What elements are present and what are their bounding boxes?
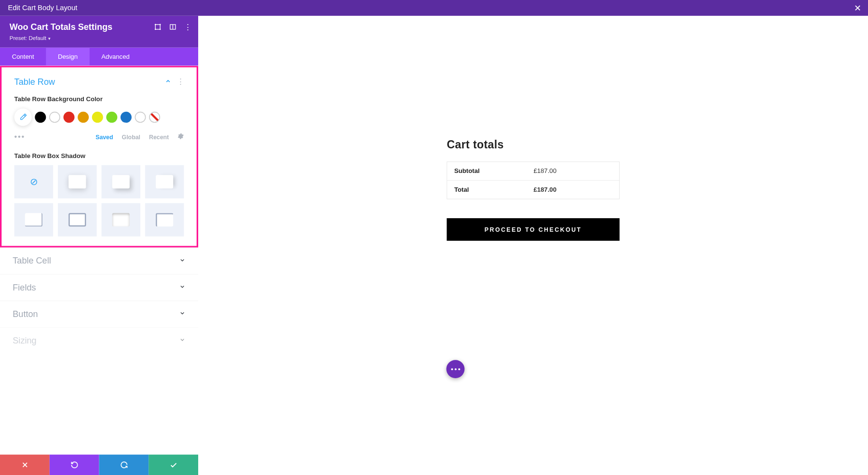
expand-icon[interactable] — [154, 23, 162, 31]
section-label: Button — [13, 309, 179, 319]
total-value: £187.00 — [533, 186, 556, 193]
save-button[interactable] — [149, 455, 198, 475]
topbar-title: Edit Cart Body Layout — [8, 4, 77, 12]
swatch-green[interactable] — [106, 112, 117, 123]
none-icon: ⊘ — [30, 176, 38, 187]
subtotal-value: £187.00 — [533, 168, 556, 175]
shadow-none[interactable]: ⊘ — [14, 165, 54, 198]
dot-icon — [454, 368, 456, 370]
svg-point-3 — [155, 29, 155, 29]
table-row-section: Table Row ⋮ Table Row Background Color — [0, 66, 198, 247]
cart-table: Subtotal £187.00 Total £187.00 — [447, 161, 619, 199]
preset-selector[interactable]: Preset: Default ▾ — [10, 35, 189, 41]
section-button[interactable]: Button — [0, 301, 198, 327]
shadow-preset-3[interactable] — [145, 165, 184, 198]
section-fields[interactable]: Fields — [0, 274, 198, 301]
redo-button[interactable] — [99, 455, 149, 475]
preset-prefix: Preset: — [10, 35, 29, 41]
tab-design[interactable]: Design — [46, 48, 89, 66]
preset-value: Default — [28, 35, 46, 41]
discard-button[interactable] — [0, 455, 50, 475]
shadow-preset-2[interactable] — [101, 165, 140, 198]
section-title[interactable]: Table Row — [14, 77, 165, 87]
svg-rect-0 — [155, 25, 160, 29]
module-header: Woo Cart Totals Settings Preset: Default… — [0, 16, 198, 48]
swatch-orange[interactable] — [78, 112, 89, 123]
palette-more-icon[interactable]: ••• — [14, 132, 25, 142]
cart-heading: Cart totals — [447, 139, 619, 151]
palette-tab-recent[interactable]: Recent — [149, 133, 169, 140]
section-label: Sizing — [13, 335, 179, 345]
section-table-cell[interactable]: Table Cell — [0, 248, 198, 274]
close-icon[interactable]: ✕ — [854, 3, 861, 13]
cart-row-total: Total £187.00 — [447, 180, 619, 199]
swatch-black[interactable] — [35, 112, 46, 123]
swatch-white[interactable] — [49, 112, 60, 123]
chevron-down-icon — [179, 310, 186, 318]
settings-tabs: Content Design Advanced — [0, 48, 198, 66]
section-label: Table Cell — [13, 256, 179, 266]
palette-tabs: ••• Saved Global Recent — [1, 130, 196, 148]
bg-color-label: Table Row Background Color — [1, 91, 196, 108]
caret-down-icon: ▾ — [47, 36, 50, 41]
settings-sidebar: Woo Cart Totals Settings Preset: Default… — [0, 16, 198, 475]
shadow-preset-4[interactable] — [14, 203, 54, 237]
chevron-down-icon — [179, 257, 186, 265]
svg-point-2 — [160, 24, 160, 25]
shadow-preset-5[interactable] — [58, 203, 97, 237]
tab-content[interactable]: Content — [0, 48, 46, 66]
topbar: Edit Cart Body Layout ✕ — [0, 0, 868, 16]
section-more-icon[interactable]: ⋮ — [177, 79, 184, 86]
preview-area: Cart totals Subtotal £187.00 Total £187.… — [198, 16, 868, 475]
undo-button[interactable] — [50, 455, 99, 475]
total-label: Total — [454, 186, 533, 193]
cart-totals-widget: Cart totals Subtotal £187.00 Total £187.… — [447, 139, 619, 241]
shadow-preset-6[interactable] — [101, 203, 140, 237]
dot-icon — [458, 368, 460, 370]
shadow-preset-7[interactable] — [145, 203, 184, 237]
svg-point-4 — [160, 29, 160, 29]
tab-advanced[interactable]: Advanced — [90, 48, 142, 66]
svg-point-1 — [155, 24, 155, 25]
shadow-preset-1[interactable] — [58, 165, 97, 198]
swatch-empty[interactable] — [135, 112, 146, 123]
bottom-actions — [0, 455, 198, 475]
section-label: Fields — [13, 282, 179, 292]
swatch-yellow[interactable] — [92, 112, 103, 123]
swatch-blue[interactable] — [121, 112, 132, 123]
subtotal-label: Subtotal — [454, 168, 533, 175]
dot-icon — [451, 368, 453, 370]
gear-icon[interactable] — [177, 133, 184, 141]
swatch-none[interactable] — [149, 112, 160, 123]
swatch-red[interactable] — [64, 112, 75, 123]
panel-area: Table Row ⋮ Table Row Background Color — [0, 66, 198, 475]
palette-tab-saved[interactable]: Saved — [95, 133, 113, 140]
more-icon[interactable]: ⋮ — [184, 23, 191, 31]
chevron-down-icon — [179, 336, 186, 344]
shadow-label: Table Row Box Shadow — [1, 148, 196, 165]
shadow-presets: ⊘ — [1, 165, 196, 246]
color-swatches — [1, 108, 196, 130]
columns-icon[interactable] — [169, 23, 176, 31]
palette-tab-global[interactable]: Global — [122, 133, 140, 140]
eyedropper-button[interactable] — [14, 108, 32, 126]
cart-row-subtotal: Subtotal £187.00 — [447, 162, 619, 180]
section-sizing[interactable]: Sizing — [0, 327, 198, 354]
checkout-button[interactable]: PROCEED TO CHECKOUT — [447, 218, 619, 241]
chevron-up-icon[interactable] — [165, 78, 171, 86]
fab-more[interactable] — [447, 360, 465, 378]
chevron-down-icon — [179, 283, 186, 291]
